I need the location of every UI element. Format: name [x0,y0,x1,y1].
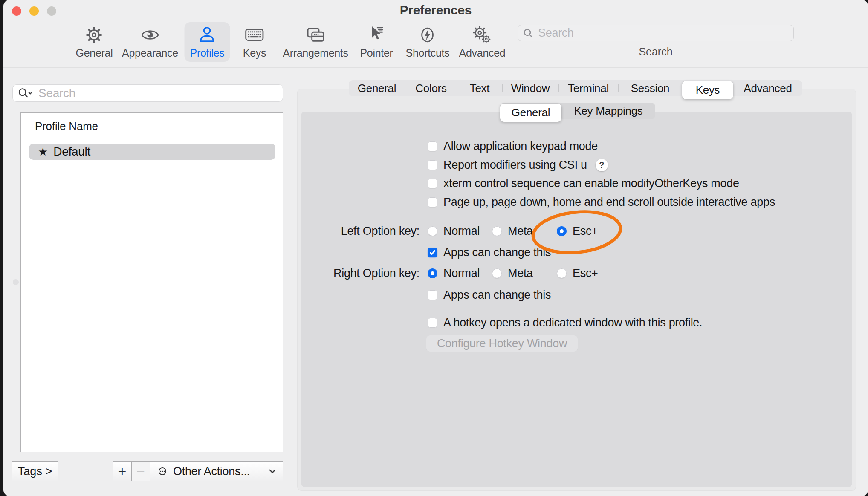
other-actions-dropdown[interactable]: Other Actions... [150,461,283,481]
drag-dot [13,279,19,285]
radio-label: Meta [508,267,533,280]
radio-icon[interactable] [557,226,567,236]
radio-icon[interactable] [428,226,437,236]
toolbar-item-arrangements[interactable]: Arrangements [277,22,353,62]
row-left-apps-can-change: Apps can change this [428,245,551,260]
other-actions-label: Other Actions... [173,465,264,478]
left-option-key-label: Left Option key: [302,223,420,239]
tab-general[interactable]: General [349,80,405,96]
checkbox-modify-other-keys[interactable] [428,179,437,188]
toolbar-label: Arrangements [283,47,348,59]
radio-label: Normal [443,267,480,280]
subtab-key-mappings[interactable]: Key Mappings [561,103,655,119]
checkbox-csi-u[interactable] [428,160,437,170]
checkbox-right-apps-can-change[interactable] [428,290,437,300]
star-icon: ★ [38,145,48,159]
radio-right-normal[interactable]: Normal [428,265,480,281]
keys-subtab-bar: General Key Mappings [500,103,655,119]
radio-icon[interactable] [557,268,567,278]
row-allow-keypad: Allow application keypad mode [428,138,598,154]
profile-list-header: Profile Name [21,113,283,140]
remove-profile-button[interactable]: − [132,461,150,481]
toolbar-label: Appearance [122,47,178,59]
row-right-apps-can-change: Apps can change this [428,287,551,303]
radio-left-meta[interactable]: Meta [492,223,533,239]
tab-session[interactable]: Session [618,80,682,96]
toolbar-item-shortcuts[interactable]: Shortcuts [400,22,455,62]
tab-keys[interactable]: Keys [682,81,733,99]
toolbar-item-pointer[interactable]: Pointer [354,22,398,62]
toolbar-item-general[interactable]: General [70,22,119,62]
ellipsis-circle-icon [156,465,169,478]
add-profile-button[interactable]: + [113,461,132,481]
toolbar-item-advanced[interactable]: Advanced [454,22,511,62]
tab-advanced[interactable]: Advanced [733,80,802,96]
tab-colors[interactable]: Colors [405,80,457,96]
subtab-general[interactable]: General [500,104,561,122]
help-button[interactable]: ? [596,159,608,171]
radio-icon[interactable] [492,268,502,278]
checkbox-label: Allow application keypad mode [443,140,598,153]
tab-text[interactable]: Text [457,80,502,96]
profile-actions-group: + − Other Actions... [113,461,283,481]
search-icon [523,28,533,38]
tab-window[interactable]: Window [502,80,558,96]
keyboard-icon [245,25,264,45]
radio-left-esc[interactable]: Esc+ [557,223,598,239]
checkbox-page-scroll[interactable] [428,197,437,207]
toolbar-divider [3,67,868,68]
profile-search-field[interactable] [12,84,283,102]
tab-terminal[interactable]: Terminal [558,80,618,96]
profile-list: Profile Name ★ Default [20,112,283,452]
search-filter-icon [17,87,34,100]
profile-search-input[interactable] [38,86,278,101]
checkbox-label: Apps can change this [443,246,551,259]
profile-tab-bar: General Colors Text Window Terminal Sess… [349,80,802,96]
preferences-window: Preferences General Appearance Profiles … [3,0,868,496]
radio-label: Normal [443,225,480,238]
toolbar-search-caption: Search [600,46,711,58]
cursor-icon [367,25,386,45]
toolbar-search-input[interactable] [537,26,788,40]
radio-label: Esc+ [573,225,598,238]
checkbox-left-apps-can-change[interactable] [428,248,437,257]
toolbar-label: Shortcuts [406,47,450,59]
checkbox-label: Page up, page down, home and end scroll … [443,196,775,209]
person-icon [197,25,217,45]
radio-right-esc[interactable]: Esc+ [557,265,598,281]
row-page-scroll: Page up, page down, home and end scroll … [428,194,775,210]
window-title: Preferences [3,3,868,17]
radio-icon[interactable] [428,268,437,278]
toolbar-search-field[interactable] [518,25,794,41]
checkbox-label: Report modifiers using CSI u [443,159,587,172]
radio-label: Meta [508,225,533,238]
radio-right-meta[interactable]: Meta [492,265,533,281]
row-hotkey-window: A hotkey opens a dedicated window with t… [428,315,702,330]
configure-hotkey-window-button[interactable]: Configure Hotkey Window [426,335,578,352]
radio-left-normal[interactable]: Normal [428,223,480,239]
section-divider [321,216,830,216]
checkbox-hotkey-window[interactable] [428,318,437,328]
radio-icon[interactable] [492,226,502,236]
toolbar-label: Advanced [459,47,506,59]
section-divider [321,308,830,308]
row-csi-u: Report modifiers using CSI u ? [428,157,608,173]
toolbar-item-appearance[interactable]: Appearance [116,22,184,62]
toolbar-label: Pointer [360,47,393,59]
toolbar-label: General [76,47,113,59]
row-modify-other-keys: xterm control sequence can enable modify… [428,176,739,191]
checkbox-label: Apps can change this [443,288,551,302]
right-option-key-label: Right Option key: [302,265,420,281]
toolbar-item-profiles[interactable]: Profiles [185,22,230,62]
profile-row-default[interactable]: ★ Default [29,144,275,160]
toolbar-label: Profiles [190,47,225,59]
radio-label: Esc+ [573,267,598,280]
gear-icon [84,25,104,45]
checkbox-allow-keypad[interactable] [428,141,437,151]
bolt-icon [418,25,437,45]
chevron-down-icon [268,468,277,474]
tags-button[interactable]: Tags > [12,461,58,481]
checkbox-label: A hotkey opens a dedicated window with t… [443,316,702,329]
toolbar-item-keys[interactable]: Keys [237,22,272,62]
gears-icon [472,25,492,45]
